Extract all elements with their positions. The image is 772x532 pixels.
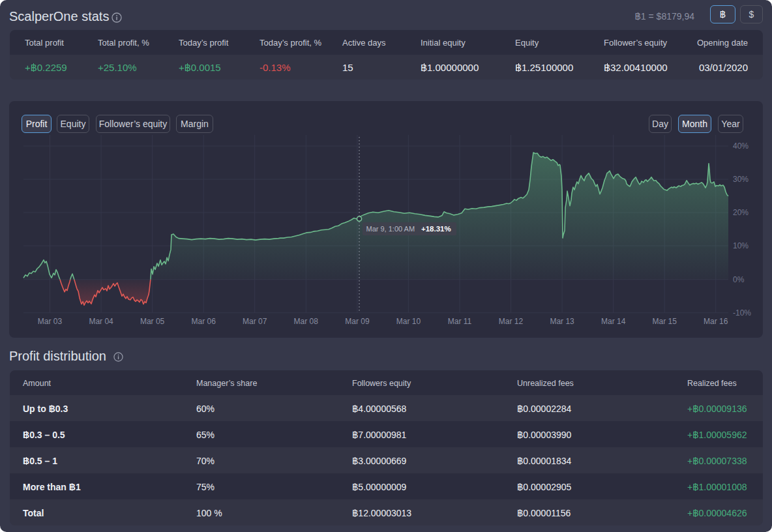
svg-text:0%: 0% <box>733 275 745 284</box>
svg-text:-10%: -10% <box>733 308 751 318</box>
svg-text:Mar 15: Mar 15 <box>653 317 677 326</box>
svg-text:Mar 09: Mar 09 <box>345 317 370 326</box>
svg-text:Mar 9, 1:00 AM: Mar 9, 1:00 AM <box>366 225 415 233</box>
svg-text:Mar 10: Mar 10 <box>396 317 421 326</box>
svg-text:Mar 13: Mar 13 <box>550 317 574 326</box>
svg-text:Mar 16: Mar 16 <box>704 317 728 326</box>
svg-text:Mar 05: Mar 05 <box>140 317 165 326</box>
svg-text:Mar 04: Mar 04 <box>89 317 113 326</box>
svg-text:40%: 40% <box>733 141 749 151</box>
svg-text:+18.31%: +18.31% <box>421 225 451 233</box>
svg-text:Mar 08: Mar 08 <box>294 317 319 326</box>
svg-text:Mar 06: Mar 06 <box>192 317 216 326</box>
svg-text:Mar 03: Mar 03 <box>38 317 63 326</box>
svg-text:Mar 12: Mar 12 <box>499 317 524 326</box>
svg-text:30%: 30% <box>733 175 749 184</box>
svg-text:Mar 11: Mar 11 <box>448 317 472 326</box>
svg-text:Mar 07: Mar 07 <box>243 317 267 326</box>
svg-text:10%: 10% <box>733 241 749 250</box>
svg-text:20%: 20% <box>733 208 749 217</box>
svg-text:Mar 14: Mar 14 <box>601 317 626 326</box>
